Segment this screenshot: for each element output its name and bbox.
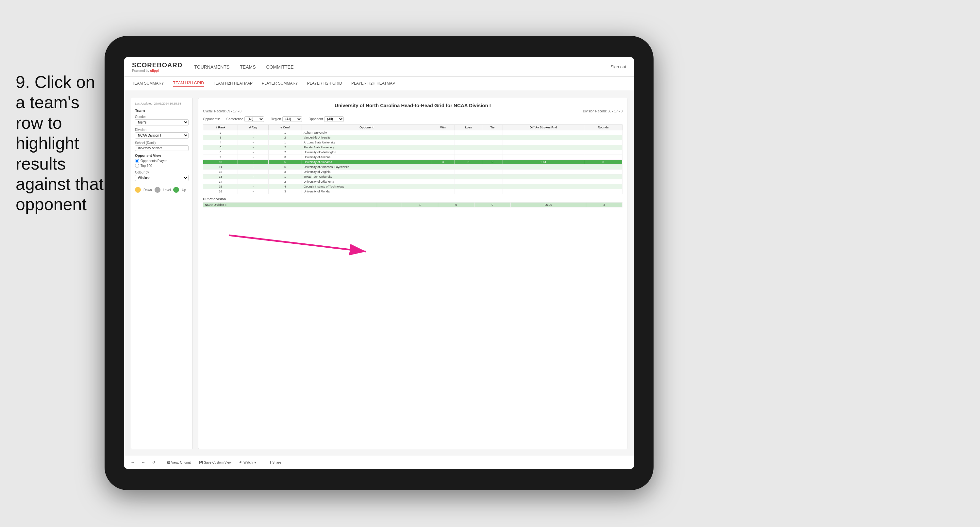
- table-row[interactable]: 2-1Auburn University: [203, 131, 622, 135]
- table-cell: 1: [268, 175, 302, 179]
- table-cell: [584, 184, 622, 189]
- share-button[interactable]: ⬆ Share: [267, 460, 283, 465]
- sub-nav-player-h2h-heatmap[interactable]: PLAYER H2H HEATMAP: [351, 81, 395, 86]
- legend-level-dot: [154, 187, 161, 193]
- opponent-view-title: Opponent View: [135, 154, 189, 158]
- col-tie: Tie: [482, 125, 503, 131]
- table-cell: [482, 155, 503, 160]
- table-cell: -: [238, 131, 268, 135]
- table-row[interactable]: 4-1Arizona State University: [203, 140, 622, 145]
- table-row[interactable]: 6-2Florida State University: [203, 145, 622, 150]
- table-cell: [584, 175, 622, 179]
- table-cell: 13: [203, 175, 238, 179]
- table-cell: [584, 131, 622, 135]
- save-custom-view-button[interactable]: 💾 Save Custom View: [197, 460, 233, 465]
- col-reg: # Reg: [238, 125, 268, 131]
- table-cell: 3: [203, 135, 238, 140]
- table-cell: 1: [268, 140, 302, 145]
- sub-nav-player-summary[interactable]: PLAYER SUMMARY: [262, 81, 298, 86]
- table-cell: 2: [203, 131, 238, 135]
- out-of-division-label: Out of division: [203, 197, 622, 201]
- region-filter-select[interactable]: (All): [282, 116, 302, 122]
- step-description: Click on a team's row to highlight resul…: [16, 73, 103, 214]
- sub-nav-team-h2h-grid[interactable]: TEAM H2H GRID: [173, 81, 204, 87]
- table-cell: 11: [203, 165, 238, 170]
- col-loss: Loss: [455, 125, 482, 131]
- table-cell: [503, 145, 584, 150]
- table-cell: -: [238, 155, 268, 160]
- table-row[interactable]: 11-6University of Arkansas, Fayetteville: [203, 165, 622, 170]
- sign-out-link[interactable]: Sign out: [611, 64, 626, 69]
- out-division-row[interactable]: NCAA Division II 1 0 0 26.00 3: [203, 202, 622, 207]
- table-cell: [503, 131, 584, 135]
- nav-tournaments[interactable]: TOURNAMENTS: [194, 64, 229, 70]
- gender-select[interactable]: Men's: [135, 119, 189, 126]
- view-original-button[interactable]: 🖼 View: Original: [165, 460, 193, 465]
- table-cell: Georgia Institute of Technology: [302, 184, 431, 189]
- table-cell: [455, 184, 482, 189]
- colour-by-select[interactable]: Win/loss: [135, 175, 189, 181]
- table-row[interactable]: 3-2Vanderbilt University: [203, 135, 622, 140]
- redo-button[interactable]: ↪: [140, 460, 146, 465]
- table-cell: [455, 150, 482, 155]
- nav-teams[interactable]: TEAMS: [240, 64, 256, 70]
- radio-top100[interactable]: Top 100: [135, 164, 189, 168]
- table-row[interactable]: 13-1Texas Tech University: [203, 175, 622, 179]
- school-value: University of Nort...: [135, 145, 189, 151]
- nav-committee[interactable]: COMMITTEE: [266, 64, 294, 70]
- refresh-button[interactable]: ↺: [150, 460, 157, 465]
- table-cell: [455, 165, 482, 170]
- table-cell: 3: [431, 160, 455, 165]
- table-row[interactable]: 12-3University of Virginia: [203, 170, 622, 175]
- table-cell: 3: [268, 170, 302, 175]
- radio-opponents-played[interactable]: Opponents Played: [135, 159, 189, 163]
- out-division-tie: 0: [474, 202, 511, 207]
- table-cell: [584, 135, 622, 140]
- division-select[interactable]: NCAA Division I: [135, 132, 189, 139]
- out-division-diff: 26.00: [511, 202, 586, 207]
- table-cell: [503, 165, 584, 170]
- table-cell: Texas Tech University: [302, 175, 431, 179]
- table-cell: University of Arizona: [302, 155, 431, 160]
- table-cell: -: [238, 145, 268, 150]
- table-cell: -: [238, 150, 268, 155]
- top-nav: SCOREBOARD Powered by clippi TOURNAMENTS…: [124, 57, 634, 77]
- sub-nav-team-h2h-heatmap[interactable]: TEAM H2H HEATMAP: [213, 81, 253, 86]
- table-row[interactable]: 14-2University of Oklahoma: [203, 179, 622, 184]
- undo-button[interactable]: ↩: [129, 460, 136, 465]
- table-row[interactable]: 8-2University of Washington: [203, 150, 622, 155]
- brand-name: clippi: [150, 69, 159, 73]
- table-cell: 6: [203, 145, 238, 150]
- table-cell: [503, 155, 584, 160]
- table-cell: [455, 155, 482, 160]
- col-win: Win: [431, 125, 455, 131]
- table-cell: [431, 189, 455, 194]
- opponent-filter-select[interactable]: (All): [324, 116, 344, 122]
- instruction-text: 9. Click on a team's row to highlight re…: [16, 72, 104, 215]
- conference-filter-select[interactable]: (All): [244, 116, 264, 122]
- table-row[interactable]: 16-3University of Florida: [203, 189, 622, 194]
- sub-nav-player-h2h-grid[interactable]: PLAYER H2H GRID: [307, 81, 342, 86]
- table-row[interactable]: 15-4Georgia Institute of Technology: [203, 184, 622, 189]
- sub-nav-team-summary[interactable]: TEAM SUMMARY: [132, 81, 164, 86]
- tablet-frame: SCOREBOARD Powered by clippi TOURNAMENTS…: [105, 36, 654, 490]
- table-cell: 2: [268, 179, 302, 184]
- table-cell: 6: [268, 165, 302, 170]
- watch-button[interactable]: 👁 Watch ▼: [237, 460, 258, 465]
- out-division-rounds: 3: [586, 202, 622, 207]
- nav-links: TOURNAMENTS TEAMS COMMITTEE: [194, 64, 611, 70]
- table-row[interactable]: 10-5University of Alabama3002.618: [203, 160, 622, 165]
- table-cell: [482, 184, 503, 189]
- out-of-division-table: NCAA Division II 1 0 0 26.00 3: [203, 202, 622, 207]
- conference-filter-label: Conference: [226, 117, 243, 121]
- colour-section: Colour by Win/loss: [135, 170, 189, 184]
- table-cell: University of Oklahoma: [302, 179, 431, 184]
- table-cell: University of Alabama: [302, 160, 431, 165]
- table-cell: [431, 150, 455, 155]
- grid-title: University of North Carolina Head-to-Hea…: [203, 103, 622, 108]
- table-row[interactable]: 9-3University of Arizona: [203, 155, 622, 160]
- table-cell: [503, 179, 584, 184]
- col-rank: # Rank: [203, 125, 238, 131]
- out-division-name: NCAA Division II: [203, 202, 377, 207]
- table-cell: 16: [203, 189, 238, 194]
